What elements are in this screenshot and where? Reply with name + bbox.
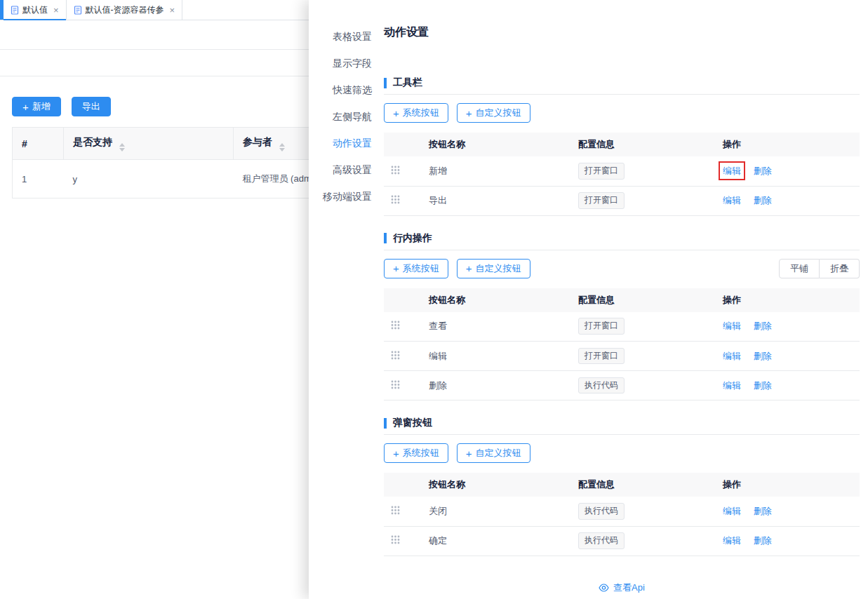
button-row: 新增 打开窗口 编辑 删除 [384,156,860,186]
delete-link[interactable]: 删除 [754,166,772,176]
sort-icon[interactable] [279,143,285,152]
config-tag: 执行代码 [578,377,625,394]
tab-label: 默认值 [22,4,48,16]
edit-link[interactable]: 编辑 [723,506,741,516]
nav-item-mobile-settings[interactable]: 移动端设置 [309,183,377,210]
edit-link[interactable]: 编辑 [723,535,741,546]
edit-link[interactable]: 编辑 [723,195,741,206]
drag-handle-icon[interactable] [389,351,400,360]
collapse-button[interactable]: 折叠 [820,259,860,278]
delete-link[interactable]: 删除 [754,506,772,516]
layout-toggle-group: 平铺 折叠 [779,259,860,278]
button-row: 删除 执行代码 编辑 删除 [384,371,860,401]
section-buttons: + 系统按钮 + 自定义按钮 平铺 折叠 [384,259,860,278]
buttons-table: 按钮名称 配置信息 操作 查看 打开窗口 编辑 删除 [384,288,860,401]
section-dialog-buttons: 弹窗按钮 + 系统按钮 + 自定义按钮 按钮名称 [384,417,860,556]
nav-item-action-settings[interactable]: 动作设置 [309,130,377,156]
drag-handle-icon[interactable] [389,535,400,544]
buttons-table: 按钮名称 配置信息 操作 关闭 执行代码 编辑 删除 [384,473,860,556]
column-header-button-name: 按钮名称 [423,133,573,156]
cell-index: 1 [13,160,64,198]
section-accent-bar [384,233,387,243]
add-button[interactable]: + 新增 [12,97,61,116]
drag-handle-icon[interactable] [389,166,400,175]
button-row: 关闭 执行代码 编辑 删除 [384,497,860,526]
export-button-label: 导出 [82,100,100,113]
button-name: 新增 [423,156,573,186]
delete-link[interactable]: 删除 [754,351,772,361]
divider [384,94,860,95]
delete-link[interactable]: 删除 [754,380,772,391]
custom-button-add[interactable]: + 自定义按钮 [457,103,530,123]
config-tag: 打开窗口 [578,192,625,209]
button-name: 导出 [423,186,573,215]
delete-link[interactable]: 删除 [754,195,772,206]
column-header-config-info: 配置信息 [573,288,717,312]
plus-icon: + [393,263,399,274]
divider [0,49,323,50]
section-buttons: + 系统按钮 + 自定义按钮 [384,103,860,123]
edit-link[interactable]: 编辑 [723,351,741,361]
section-accent-bar [384,78,387,88]
system-button-add[interactable]: + 系统按钮 [384,443,448,463]
button-name: 编辑 [423,342,573,371]
delete-link[interactable]: 删除 [754,535,772,546]
plus-icon: + [393,108,399,119]
section-header: 行内操作 [384,233,860,244]
drag-handle-icon[interactable] [389,380,400,389]
column-header-index: # [13,128,64,160]
sort-icon[interactable] [119,143,125,152]
document-icon [74,6,82,15]
config-tag: 打开窗口 [578,163,625,180]
plus-icon: + [393,448,399,459]
drawer-anchor-nav: 表格设置 显示字段 快速筛选 左侧导航 动作设置 高级设置 移动端设置 [309,0,377,599]
drag-handle-icon[interactable] [389,195,400,204]
button-row: 编辑 打开窗口 编辑 删除 [384,342,860,371]
system-button-add[interactable]: + 系统按钮 [384,259,448,278]
nav-item-table-settings[interactable]: 表格设置 [309,23,377,50]
view-api-link[interactable]: 查看Api [384,581,860,594]
divider [0,76,323,76]
section-inline-actions: 行内操作 + 系统按钮 + 自定义按钮 平铺 折叠 [384,233,860,401]
edit-link-highlighted[interactable]: 编辑 [723,166,741,176]
column-header-action: 操作 [717,473,860,497]
close-icon[interactable]: × [53,6,59,15]
nav-item-display-fields[interactable]: 显示字段 [309,50,377,76]
section-buttons: + 系统按钮 + 自定义按钮 [384,443,860,463]
custom-button-add[interactable]: + 自定义按钮 [457,259,530,278]
button-row: 确定 执行代码 编辑 删除 [384,526,860,556]
section-header: 弹窗按钮 [384,417,860,429]
nav-item-left-navigation[interactable]: 左侧导航 [309,103,377,130]
drag-handle-icon[interactable] [389,506,400,515]
document-icon [11,6,19,15]
config-tag: 打开窗口 [578,348,625,365]
column-header-drag [384,288,423,312]
close-icon[interactable]: × [170,6,175,15]
drag-handle-icon[interactable] [389,321,400,330]
section-title: 工具栏 [393,76,422,89]
system-button-add[interactable]: + 系统按钮 [384,103,448,123]
button-name: 关闭 [423,497,573,526]
section-accent-bar [384,418,387,429]
nav-item-quick-filter[interactable]: 快速筛选 [309,76,377,103]
button-row: 查看 打开窗口 编辑 删除 [384,312,860,342]
plus-icon: + [466,108,472,119]
tab-default-value[interactable]: 默认值 × [4,0,67,20]
button-row: 导出 打开窗口 编辑 删除 [384,186,860,215]
tab-default-value-resource-container[interactable]: 默认值-资源容器传参 × [67,0,183,20]
delete-link[interactable]: 删除 [754,321,772,331]
column-header-action: 操作 [717,133,860,156]
config-tag: 执行代码 [578,503,625,520]
export-button[interactable]: 导出 [72,97,111,116]
button-name: 删除 [423,371,573,401]
column-header-button-name: 按钮名称 [423,288,573,312]
tab-label: 默认值-资源容器传参 [86,4,164,16]
edit-link[interactable]: 编辑 [723,321,741,331]
custom-button-add[interactable]: + 自定义按钮 [457,443,530,463]
tile-button[interactable]: 平铺 [779,259,820,278]
nav-item-advanced-settings[interactable]: 高级设置 [309,156,377,183]
column-header-config-info: 配置信息 [573,473,717,497]
edit-link[interactable]: 编辑 [723,380,741,391]
button-name: 确定 [423,526,573,556]
divider [384,250,860,250]
